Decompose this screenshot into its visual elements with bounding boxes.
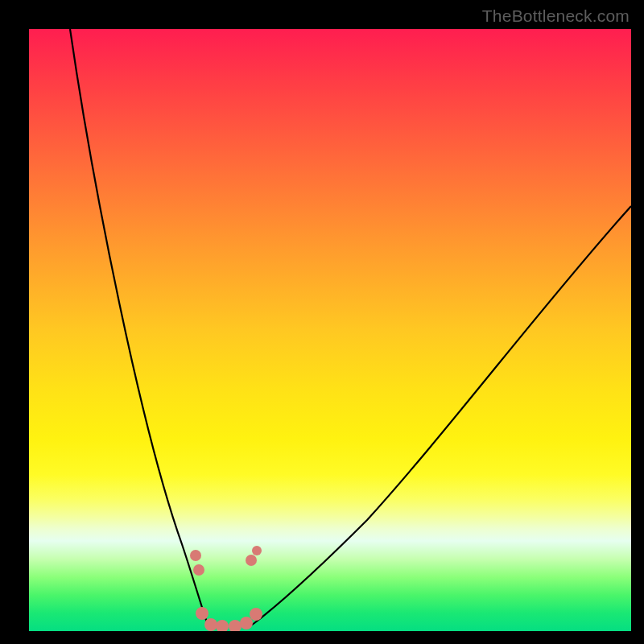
marker-dot bbox=[190, 550, 201, 561]
bottom-dots-group bbox=[190, 546, 262, 631]
marker-dot bbox=[196, 607, 208, 620]
marker-dot bbox=[252, 546, 262, 555]
marker-dot bbox=[250, 608, 262, 621]
plot-area bbox=[29, 29, 631, 631]
left-curve bbox=[70, 29, 208, 625]
marker-dot bbox=[240, 617, 253, 630]
marker-dot bbox=[204, 618, 217, 631]
right-curve bbox=[248, 206, 631, 627]
marker-dot bbox=[216, 620, 229, 631]
marker-dot bbox=[193, 564, 204, 576]
chart-frame: TheBottleneck.com bbox=[0, 0, 644, 644]
watermark-text: TheBottleneck.com bbox=[482, 6, 630, 26]
marker-dot bbox=[246, 555, 257, 566]
curve-overlay bbox=[29, 29, 631, 631]
marker-dot bbox=[229, 620, 242, 631]
